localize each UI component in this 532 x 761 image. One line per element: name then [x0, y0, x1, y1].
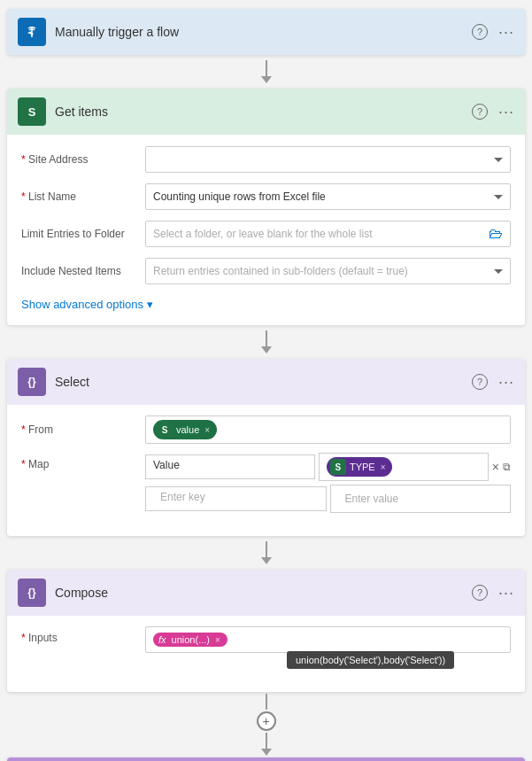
compose-inputs-row: Inputs fx union(...) × union(body('Selec… [21, 626, 511, 672]
get-items-icon: S [18, 97, 46, 126]
fx-icon: fx [158, 634, 166, 645]
map-key-placeholder: Enter key [153, 487, 212, 507]
limit-folder-placeholder: Select a folder, or leave blank for the … [153, 228, 372, 240]
get-items-card: S Get items ? ··· Site Address List Name [7, 89, 525, 325]
list-name-chevron [494, 195, 503, 199]
manual-trigger-help[interactable]: ? [472, 24, 488, 40]
manual-trigger-more[interactable]: ··· [498, 23, 514, 42]
get-items-more[interactable]: ··· [498, 103, 514, 121]
site-address-row: Site Address [21, 145, 511, 174]
include-nested-row: Include Nested Items Return entries cont… [21, 257, 511, 285]
map-value-token-icon-1: S [330, 459, 346, 475]
compose-icon: {} [18, 579, 46, 607]
compose-inputs-label: Inputs [21, 626, 145, 644]
select-more[interactable]: ··· [498, 373, 514, 392]
map-key-2[interactable]: Enter key [145, 486, 327, 511]
include-nested-label: Include Nested Items [21, 265, 145, 277]
include-nested-chevron [494, 269, 503, 274]
map-value-placeholder: Enter value [338, 489, 406, 509]
select-actions: ? ··· [472, 373, 514, 392]
list-name-label: List Name [21, 190, 145, 203]
list-name-row: List Name Counting unique rows from Exce… [21, 182, 511, 211]
select-map-row: Map Value S TYPE × [21, 453, 511, 516]
manual-trigger-icon [18, 18, 46, 46]
select-map-container: Value S TYPE × × ⧉ [145, 453, 511, 516]
select-card: {} Select ? ··· From S value × [7, 359, 525, 536]
get-items-actions: ? ··· [472, 103, 514, 121]
show-advanced-options[interactable]: Show advanced options ▾ [21, 294, 511, 314]
include-nested-input[interactable]: Return entries contained in sub-folders … [145, 258, 511, 284]
folder-icon: 🗁 [489, 226, 503, 242]
map-value-1[interactable]: S TYPE × [319, 453, 489, 481]
manual-trigger-actions: ? ··· [472, 23, 514, 42]
limit-folder-input[interactable]: Select a folder, or leave blank for the … [145, 221, 511, 247]
manual-trigger-title: Manually trigger a flow [55, 25, 463, 39]
map-value-token-close-1[interactable]: × [381, 462, 386, 472]
compose-inputs-token[interactable]: fx union(...) × [153, 633, 227, 647]
manually-trigger-card: Manually trigger a flow ? ··· [7, 9, 525, 55]
compose-body: Inputs fx union(...) × union(body('Selec… [7, 616, 525, 692]
select-from-token-label: value [176, 424, 199, 435]
select-icon: {} [18, 368, 46, 396]
compose-inputs-container: fx union(...) × union(body('Select'),bod… [145, 626, 511, 672]
site-address-label: Site Address [21, 153, 145, 166]
site-address-input[interactable] [145, 146, 511, 173]
connector-2 [261, 325, 272, 359]
select-from-row: From S value × [21, 415, 511, 444]
select-from-label: From [21, 423, 145, 436]
list-name-value: Counting unique rows from Excel file [153, 190, 326, 203]
map-key-1[interactable]: Value [145, 454, 315, 479]
get-items-help[interactable]: ? [472, 104, 488, 120]
compose-card: {} Compose ? ··· Inputs fx union(...) × [7, 570, 525, 692]
connector-3 [261, 536, 272, 570]
select-body: From S value × Map Value [7, 405, 525, 536]
map-delete-1[interactable]: × [492, 460, 499, 474]
compose-more[interactable]: ··· [498, 584, 514, 602]
svg-point-1 [31, 33, 34, 35]
map-row-2: Enter key Enter value [145, 485, 511, 513]
connector-1 [261, 55, 272, 89]
select-from-token-close[interactable]: × [204, 425, 210, 435]
initialize-variable-card: {x} Initialize variable ? ··· Name varar… [7, 757, 525, 761]
formula-tooltip: union(body('Select'),body('Select')) [287, 651, 454, 669]
add-step-button[interactable]: + [257, 711, 276, 731]
limit-folder-row: Limit Entries to Folder Select a folder,… [21, 220, 511, 248]
limit-folder-label: Limit Entries to Folder [21, 228, 145, 240]
select-from-input[interactable]: S value × [145, 415, 511, 444]
select-map-label: Map [21, 453, 145, 470]
compose-inputs-token-close[interactable]: × [215, 635, 220, 645]
compose-title: Compose [55, 586, 463, 600]
list-name-input[interactable]: Counting unique rows from Excel file [145, 183, 511, 210]
include-nested-placeholder: Return entries contained in sub-folders … [153, 265, 408, 277]
compose-help[interactable]: ? [472, 585, 488, 601]
compose-inputs-input[interactable]: fx union(...) × [145, 626, 511, 653]
select-from-token-icon: S [157, 422, 173, 438]
site-address-chevron [494, 158, 503, 162]
map-row-1: Value S TYPE × × ⧉ [145, 453, 511, 481]
map-copy-1[interactable]: ⧉ [503, 461, 511, 473]
map-value-token-1[interactable]: S TYPE × [327, 457, 393, 477]
plus-connector: + [257, 692, 276, 757]
get-items-title: Get items [55, 105, 463, 119]
compose-inputs-token-label: union(...) [172, 634, 210, 645]
select-from-token[interactable]: S value × [153, 420, 217, 439]
get-items-body: Site Address List Name Counting unique r… [7, 135, 525, 325]
select-title: Select [55, 375, 463, 389]
compose-actions: ? ··· [472, 584, 514, 602]
map-value-token-label-1: TYPE [350, 462, 375, 472]
select-help[interactable]: ? [472, 374, 488, 390]
map-value-2[interactable]: Enter value [330, 485, 512, 513]
